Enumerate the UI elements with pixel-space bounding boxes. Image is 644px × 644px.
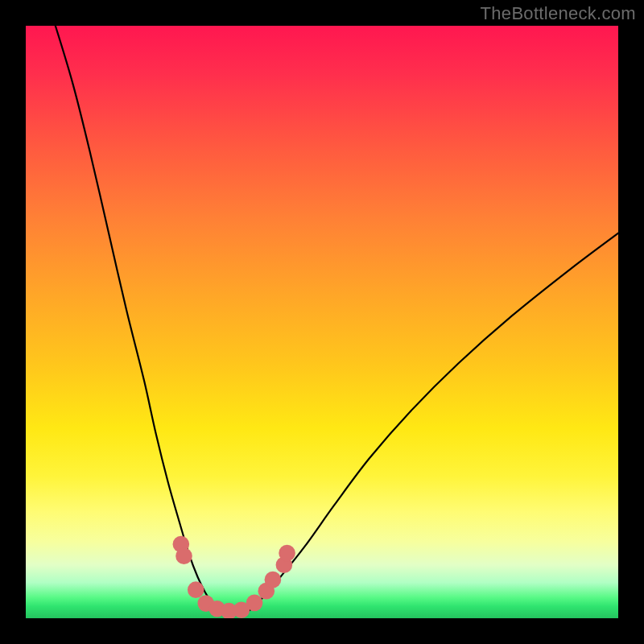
- data-marker: [246, 595, 263, 612]
- curve-right-branch: [239, 233, 618, 616]
- data-marker: [188, 581, 204, 598]
- curve-left-branch: [56, 26, 239, 615]
- marker-group: [173, 536, 295, 618]
- watermark-text: TheBottleneck.com: [481, 3, 636, 24]
- data-marker: [175, 547, 192, 564]
- data-marker: [265, 572, 282, 588]
- data-marker: [279, 545, 295, 562]
- plot-area: [26, 26, 618, 618]
- curve-overlay: [26, 26, 618, 618]
- chart-container: TheBottleneck.com: [0, 0, 644, 644]
